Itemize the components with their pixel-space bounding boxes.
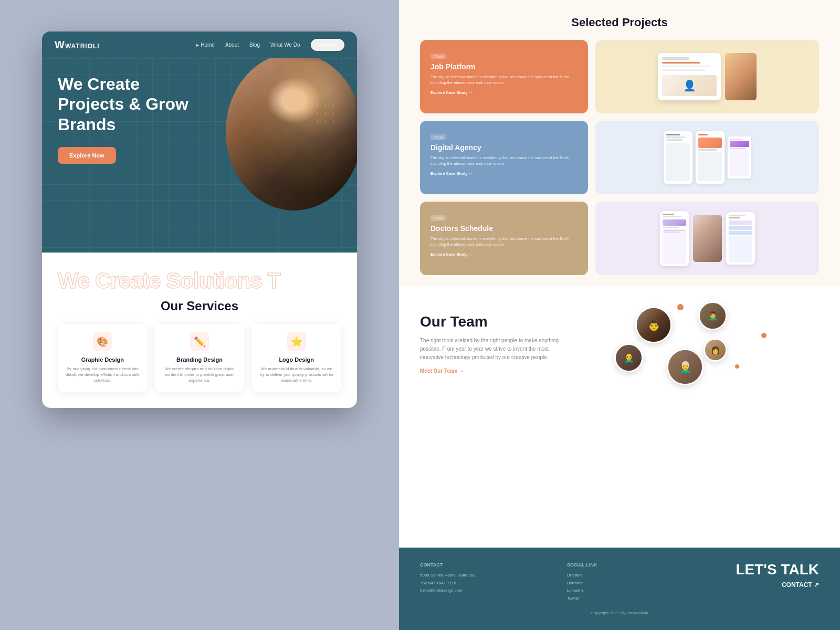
service-desc-logo: We understand time is valuable, so we tr… bbox=[258, 366, 335, 384]
agency-device-1 bbox=[664, 131, 692, 184]
team-desc: The right tools wielded by the right peo… bbox=[420, 337, 567, 362]
service-name-logo: Logo Design bbox=[258, 356, 335, 363]
project-name-3: Doctors Schedule bbox=[430, 224, 578, 233]
svg-point-14 bbox=[333, 121, 334, 122]
orange-dot-1 bbox=[677, 304, 684, 310]
service-name-graphic: Graphic Design bbox=[64, 356, 141, 363]
footer-cta: LET'S TALK CONTACT ↗ bbox=[714, 562, 819, 589]
website-mockup: WWATRIOLI ▸ Home About Blog What We Do C… bbox=[42, 32, 357, 408]
nav-link-whatwedo[interactable]: What We Do bbox=[270, 42, 300, 48]
project-desc-1: The sky so celestial stories is everythi… bbox=[430, 74, 578, 86]
svg-point-3 bbox=[366, 418, 369, 422]
team-section: Our Team The right tools wielded by the … bbox=[399, 286, 840, 548]
project-preview-digital-agency bbox=[595, 121, 819, 194]
logo-design-icon: ⭐ bbox=[287, 332, 306, 351]
social-link-linkedin[interactable]: LinkedIn bbox=[567, 587, 698, 594]
nav-link-home[interactable]: ▸ Home bbox=[196, 42, 214, 48]
project-tag-1: Triolo bbox=[430, 54, 446, 59]
agency-device-2 bbox=[696, 131, 724, 184]
footer-contact-col: Contact 5039 Spinka Radial Suite 362 +52… bbox=[420, 562, 551, 594]
project-row-1: Triolo Job Platform The sky so celestial… bbox=[420, 40, 819, 113]
svg-point-4 bbox=[209, 524, 211, 526]
team-link[interactable]: Meet Our Team → bbox=[420, 368, 567, 374]
svg-point-10 bbox=[325, 113, 327, 114]
project-name-2: Digital Agency bbox=[430, 143, 578, 152]
project-name-1: Job Platform bbox=[430, 62, 578, 71]
svg-point-8 bbox=[333, 105, 334, 107]
project-mockup-inner-3 bbox=[595, 202, 819, 275]
left-panel: WWATRIOLI ▸ Home About Blog What We Do C… bbox=[0, 0, 399, 630]
svg-point-9 bbox=[317, 113, 319, 114]
footer-contact-info: 5039 Spinka Radial Suite 362 +52 647 164… bbox=[420, 572, 551, 594]
explore-now-button[interactable]: Explore Now bbox=[58, 147, 116, 164]
project-row-3: Triolo Doctors Schedule The sky so celes… bbox=[420, 202, 819, 275]
projects-section-title: Selected Projects bbox=[420, 16, 819, 29]
svg-point-12 bbox=[317, 121, 319, 122]
project-card-job-platform[interactable]: Triolo Job Platform The sky so celestial… bbox=[420, 40, 588, 113]
graphic-design-icon: 🎨 bbox=[93, 332, 112, 351]
branding-design-icon: ✏️ bbox=[190, 332, 209, 351]
service-name-branding: Branding Design bbox=[161, 356, 238, 363]
project-preview-job-platform: 👤 bbox=[595, 40, 819, 113]
team-avatars: 👨 👨‍🦱 👩 👨‍🦲 👨‍🦳 bbox=[583, 301, 819, 385]
social-link-behance[interactable]: Behance bbox=[567, 580, 698, 587]
project-tablet-mock: 👤 bbox=[658, 53, 721, 100]
svg-point-5 bbox=[40, 470, 44, 475]
footer-social-title: Social Link bbox=[567, 562, 698, 568]
project-card-doctors-schedule[interactable]: Triolo Doctors Schedule The sky so celes… bbox=[420, 202, 588, 275]
footer-social-col: Social Link Dribbble Behance LinkedIn Tw… bbox=[567, 562, 698, 602]
project-tag-3: Triolo bbox=[430, 215, 446, 221]
hero-text: We Create Projects & Grow Brands bbox=[58, 74, 194, 134]
svg-point-6 bbox=[317, 105, 319, 107]
mockup-nav: WWATRIOLI ▸ Home About Blog What We Do C… bbox=[42, 32, 357, 58]
project-preview-doctors-schedule bbox=[595, 202, 819, 275]
avatar-4: 👨‍🦲 bbox=[614, 343, 643, 372]
social-link-dribbble[interactable]: Dribbble bbox=[567, 572, 698, 579]
service-desc-graphic: By analysing our customers needs into de… bbox=[64, 366, 141, 384]
project-desc-3: The sky so celestial stories is everythi… bbox=[430, 236, 578, 248]
lets-talk-heading: LET'S TALK bbox=[714, 562, 819, 577]
contact-button[interactable]: Contact bbox=[311, 39, 344, 51]
nav-links: ▸ Home About Blog What We Do Contact bbox=[196, 39, 344, 51]
team-content: Our Team The right tools wielded by the … bbox=[420, 301, 819, 385]
svg-point-7 bbox=[325, 105, 327, 107]
person-silhouette-1 bbox=[725, 53, 757, 100]
orange-dot-2 bbox=[735, 364, 739, 369]
explore-link-1[interactable]: Explore Case Study → bbox=[430, 90, 578, 95]
project-card-digital-agency[interactable]: Triolo Digital Agency The sky so celesti… bbox=[420, 121, 588, 194]
social-link-twitter[interactable]: Twitter bbox=[567, 595, 698, 602]
orange-dot-3 bbox=[761, 333, 766, 338]
agency-devices bbox=[664, 131, 751, 184]
project-tag-2: Triolo bbox=[430, 134, 446, 140]
team-title: Our Team bbox=[420, 313, 567, 330]
nav-link-about[interactable]: About bbox=[225, 42, 239, 48]
agency-device-3 bbox=[728, 136, 751, 178]
projects-section: Selected Projects Triolo Job Platform Th… bbox=[399, 0, 840, 286]
doctor-person bbox=[693, 215, 722, 262]
service-desc-branding: We create elegant and intuitive digital … bbox=[161, 366, 238, 384]
right-panel: Selected Projects Triolo Job Platform Th… bbox=[399, 0, 840, 630]
project-mockup-inner-2 bbox=[595, 121, 819, 194]
footer-contact-link[interactable]: CONTACT ↗ bbox=[714, 581, 819, 589]
explore-link-3[interactable]: Explore Case Study → bbox=[430, 252, 578, 257]
nav-link-blog[interactable]: Blog bbox=[249, 42, 260, 48]
mockup-hero: We Create Projects & Grow Brands Explore… bbox=[42, 58, 357, 253]
explore-link-2[interactable]: Explore Case Study → bbox=[430, 171, 578, 176]
watermark-text: We Create Solutions T bbox=[58, 268, 341, 293]
project-desc-2: The sky so celestial stories is everythi… bbox=[430, 155, 578, 167]
main-container: WWATRIOLI ▸ Home About Blog What We Do C… bbox=[0, 0, 840, 630]
mockup-lower: We Create Solutions T Our Services 🎨 Gra… bbox=[42, 253, 357, 408]
footer-contact-title: Contact bbox=[420, 562, 551, 568]
service-card-branding: ✏️ Branding Design We create elegant and… bbox=[155, 324, 245, 392]
svg-point-13 bbox=[325, 121, 327, 122]
footer-copyright: Copyright 2021 By Imran Molla bbox=[420, 611, 819, 615]
team-text: Our Team The right tools wielded by the … bbox=[420, 313, 567, 374]
project-mockup-inner-1: 👤 bbox=[595, 40, 819, 113]
service-card-graphic: 🎨 Graphic Design By analysing our custom… bbox=[58, 324, 148, 392]
projects-grid: Triolo Job Platform The sky so celestial… bbox=[420, 40, 819, 275]
avatar-5: 👨‍🦳 bbox=[667, 349, 704, 385]
services-title: Our Services bbox=[58, 299, 341, 313]
footer-content: Contact 5039 Spinka Radial Suite 362 +52… bbox=[420, 562, 819, 602]
mockup-logo: WWATRIOLI bbox=[55, 39, 100, 51]
doctor-device-2 bbox=[726, 212, 755, 265]
